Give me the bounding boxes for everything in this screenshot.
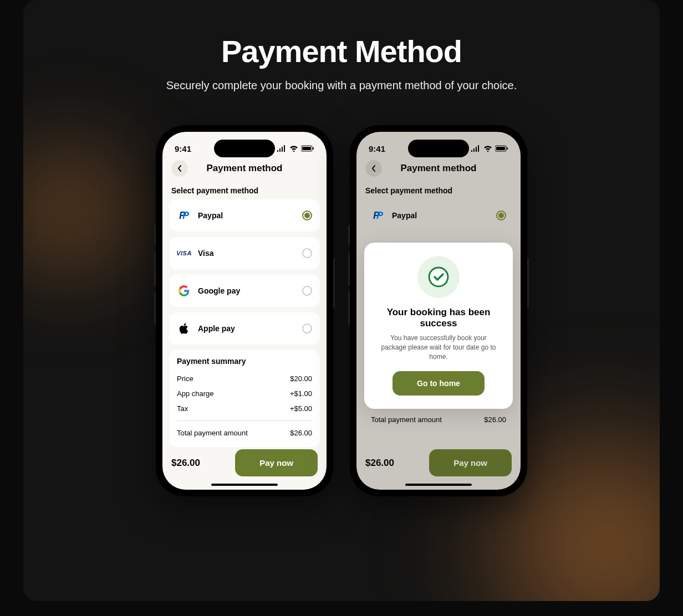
svg-rect-1 xyxy=(302,147,311,150)
success-modal: Your booking has been success You have s… xyxy=(364,243,513,409)
modal-title: Your booking has been success xyxy=(374,307,503,329)
radio-selected[interactable] xyxy=(496,211,506,220)
pay-now-button[interactable]: Pay now xyxy=(235,449,318,476)
radio-unselected[interactable] xyxy=(302,324,312,333)
battery-icon xyxy=(495,145,508,152)
status-time: 9:41 xyxy=(369,144,385,153)
payment-method-google[interactable]: Google pay xyxy=(169,275,320,307)
header-title: Payment method xyxy=(207,163,283,174)
section-label: Select payment method xyxy=(162,182,327,199)
payment-method-visa[interactable]: VISA Visa xyxy=(169,237,320,269)
page-title: Payment Method xyxy=(23,33,660,69)
apple-icon xyxy=(177,322,191,335)
summary-row-tax: Tax +$5.00 xyxy=(177,401,312,416)
summary-row-total: Total payment amount $26.00 xyxy=(177,425,312,440)
google-icon xyxy=(177,285,191,297)
go-home-button[interactable]: Go to home xyxy=(393,371,485,396)
home-indicator[interactable] xyxy=(405,484,472,486)
svg-rect-5 xyxy=(507,147,508,150)
footer-total: $26.00 xyxy=(365,458,394,469)
home-indicator[interactable] xyxy=(211,484,278,486)
signal-icon xyxy=(277,145,287,152)
svg-rect-2 xyxy=(313,147,314,150)
paypal-icon: PP xyxy=(371,209,385,222)
phone-mockup-success: 9:41 Payment method Select payment metho… xyxy=(350,125,527,496)
signal-icon xyxy=(471,145,481,152)
phone-mockup-payment: 9:41 Payment method Select payment metho… xyxy=(156,125,333,496)
svg-rect-4 xyxy=(496,147,505,150)
radio-selected[interactable] xyxy=(302,211,312,220)
footer-bar: $26.00 Pay now xyxy=(356,440,521,490)
page-subtitle: Securely complete your booking with a pa… xyxy=(23,79,660,92)
summary-title: Payment summary xyxy=(177,357,312,366)
payment-method-paypal[interactable]: PP Paypal xyxy=(363,199,514,232)
summary-row-appcharge: App charge +$1.00 xyxy=(177,386,312,401)
pay-now-button[interactable]: Pay now xyxy=(429,449,512,476)
summary-row-total: Total payment amount $26.00 xyxy=(371,412,506,427)
back-button[interactable] xyxy=(365,160,382,177)
header-title: Payment method xyxy=(401,163,477,174)
check-circle-icon xyxy=(427,266,450,288)
method-name: Paypal xyxy=(392,211,490,220)
radio-unselected[interactable] xyxy=(302,286,312,296)
modal-description: You have successfully book your package … xyxy=(374,333,503,361)
footer-total: $26.00 xyxy=(171,458,200,469)
payment-method-paypal[interactable]: PP Paypal xyxy=(169,199,320,232)
summary-row-price: Price $20.00 xyxy=(177,371,312,386)
status-time: 9:41 xyxy=(175,144,191,153)
method-name: Paypal xyxy=(198,211,295,220)
battery-icon xyxy=(301,145,314,152)
paypal-icon: PP xyxy=(177,209,191,222)
visa-icon: VISA xyxy=(177,247,191,259)
wifi-icon xyxy=(483,145,492,152)
footer-bar: $26.00 Pay now xyxy=(162,440,327,490)
wifi-icon xyxy=(289,145,298,152)
radio-unselected[interactable] xyxy=(302,248,312,258)
section-label: Select payment method xyxy=(356,182,521,199)
method-name: Visa xyxy=(198,249,295,258)
payment-summary: Payment summary Price $20.00 App charge … xyxy=(169,350,320,447)
payment-method-apple[interactable]: Apple pay xyxy=(169,312,320,345)
success-icon-wrap xyxy=(417,256,460,298)
chevron-left-icon xyxy=(177,165,182,172)
svg-point-6 xyxy=(429,268,448,286)
method-name: Apple pay xyxy=(198,324,295,333)
back-button[interactable] xyxy=(171,160,188,177)
method-name: Google pay xyxy=(198,286,295,295)
chevron-left-icon xyxy=(371,165,376,172)
